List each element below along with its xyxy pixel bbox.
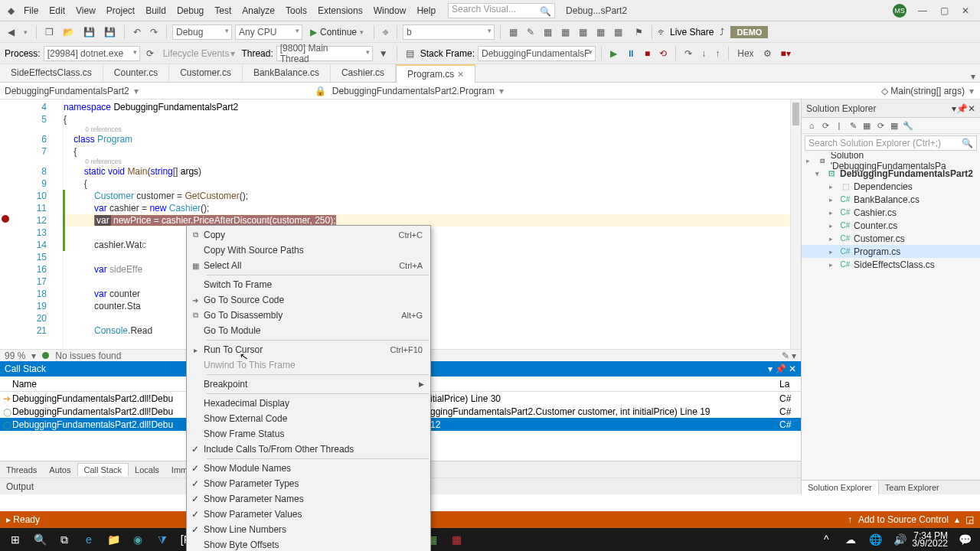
menu-edit[interactable]: Edit [44, 4, 70, 18]
explorer-icon[interactable]: 📁 [101, 528, 126, 551]
wrench-icon[interactable]: 🔧 [903, 120, 913, 131]
context-menu-item[interactable]: ⧉ Copy Ctrl+C [187, 227, 430, 243]
context-menu-item[interactable]: ✓ Show Line Numbers [187, 522, 430, 537]
platform-combo[interactable]: Any CPU [235, 24, 302, 40]
tool-tab[interactable]: Locals [129, 464, 165, 476]
context-menu-item[interactable]: ▸ Run To Cursor Ctrl+F10 [187, 342, 430, 357]
menu-view[interactable]: View [71, 4, 100, 18]
file-tab[interactable]: Counter.cs [103, 64, 169, 82]
step-icon[interactable]: ⎆ [380, 26, 391, 38]
tree-item[interactable]: ▸C#SideEffectsClass.cs [802, 258, 980, 271]
file-tab[interactable]: SideEffectsClass.cs [0, 64, 103, 82]
tool-tab[interactable]: Autos [43, 464, 77, 476]
context-menu-item[interactable]: ✓ Show Parameter Values [187, 507, 430, 522]
open-icon[interactable]: 📂 [60, 26, 77, 38]
restart-icon[interactable]: ⟲ [656, 47, 670, 60]
crlf-indicator[interactable]: ✎ ▾ [782, 350, 796, 361]
process-combo[interactable]: [29984] dotnet.exe [44, 46, 140, 61]
tree-item[interactable]: ▸C#Customer.cs [802, 232, 980, 245]
clock[interactable]: 7:34 PM3/9/2022 [912, 532, 952, 547]
panel-close-icon[interactable]: ✕ [968, 103, 975, 114]
close-button[interactable]: ✕ [956, 3, 975, 18]
minimize-button[interactable]: — [913, 3, 933, 18]
publish-icon[interactable]: ↑ [848, 514, 852, 525]
pause-icon[interactable]: ⏸ [623, 47, 639, 60]
filter-icon[interactable]: ▼ [376, 47, 391, 60]
file-tab[interactable]: Program.cs✕ [396, 64, 475, 83]
network-icon[interactable]: 🌐 [863, 528, 887, 551]
tree-item[interactable]: ▸C#Program.cs [802, 245, 980, 258]
context-menu-item[interactable]: Go To Module [187, 323, 430, 338]
file-tab[interactable]: Cashier.cs [331, 64, 396, 82]
start-button[interactable]: ⊞ [3, 528, 28, 551]
tool-icon[interactable]: ✎ [524, 26, 537, 38]
menu-file[interactable]: File [19, 4, 43, 18]
context-menu-item[interactable]: ▦ Select All Ctrl+A [187, 258, 430, 273]
avatar[interactable]: MS [893, 4, 906, 18]
context-menu-item[interactable]: Show Frame Status [187, 426, 430, 442]
config-combo[interactable]: Debug [172, 24, 232, 40]
menu-extensions[interactable]: Extensions [313, 4, 368, 18]
redo-icon[interactable]: ↷ [147, 26, 161, 38]
context-menu-item[interactable]: Show Byte Offsets [187, 537, 430, 551]
close-icon[interactable]: ✕ [457, 70, 464, 80]
edge-icon[interactable]: e [77, 528, 101, 551]
solution-bottom-tab[interactable]: Solution Explorer [802, 481, 879, 494]
maximize-button[interactable]: ▢ [934, 3, 954, 18]
member-crumb[interactable]: ◇ Main(string[] args) [881, 86, 965, 96]
menu-project[interactable]: Project [102, 4, 139, 18]
feedback-icon[interactable]: ⤴ [717, 26, 727, 38]
quick-search-input[interactable]: Search Visual... 🔍 [448, 3, 555, 18]
tree-item[interactable]: ▸C#Cashier.cs [802, 206, 980, 219]
solution-bottom-tab[interactable]: Team Explorer [879, 481, 946, 494]
context-menu-item[interactable]: ✓ Show Module Names [187, 461, 430, 476]
step-out-icon[interactable]: ↑ [712, 47, 723, 60]
add-source-control[interactable]: Add to Source Control [858, 514, 949, 525]
app-icon[interactable]: ▦ [444, 528, 469, 551]
step-into-icon[interactable]: ↓ [698, 47, 709, 60]
search-taskbar-icon[interactable]: 🔍 [28, 528, 52, 551]
tree-item[interactable]: ▸⬚Dependencies [802, 180, 980, 193]
save-all-icon[interactable]: 💾 [101, 26, 119, 38]
panel-close-icon[interactable]: ✕ [789, 364, 796, 374]
panel-dropdown-icon[interactable]: ▾ [768, 364, 773, 374]
context-menu-item[interactable]: Copy With Source Paths [187, 243, 430, 258]
tool-icon[interactable]: ▦ [506, 26, 521, 38]
tree-item[interactable]: ▸C#BankBalance.cs [802, 193, 980, 206]
file-tab[interactable]: Customer.cs [169, 64, 243, 82]
tool-icon[interactable]: ▦ [861, 120, 872, 131]
context-menu-item[interactable]: ✓ Show Parameter Names [187, 491, 430, 507]
new-item-icon[interactable]: ❐ [42, 26, 57, 38]
context-menu-item[interactable]: ⧉ Go To Disassembly Alt+G [187, 308, 430, 323]
file-tab[interactable]: BankBalance.cs [243, 64, 331, 82]
lifecycle-events[interactable]: Lifecycle Events ▾ [160, 47, 239, 60]
menu-debug[interactable]: Debug [172, 4, 208, 18]
step-over-icon[interactable]: ↷ [681, 47, 695, 60]
tree-project[interactable]: ▾⊡DebuggingFundamentalsPart2 [802, 167, 980, 180]
stack-icon[interactable]: ▤ [403, 47, 417, 60]
notifications-icon[interactable]: ◲ [965, 514, 974, 525]
menu-test[interactable]: Test [210, 4, 236, 18]
home-icon[interactable]: ⌂ [806, 120, 817, 131]
context-menu-item[interactable]: ✓ Show Parameter Types [187, 476, 430, 491]
save-icon[interactable]: 💾 [80, 26, 98, 38]
tree-item[interactable]: ▸C#Counter.cs [802, 219, 980, 232]
app-icon[interactable]: ◉ [126, 528, 150, 551]
editor-scrollbar[interactable] [790, 99, 801, 349]
menu-window[interactable]: Window [369, 4, 411, 18]
notifications-taskbar-icon[interactable]: 💬 [952, 528, 977, 551]
task-view-icon[interactable]: ⧉ [52, 528, 77, 551]
class-crumb[interactable]: DebuggingFundamentalsPart2.Program [332, 86, 495, 96]
tool-tab[interactable]: Call Stack [77, 463, 129, 476]
vscode-icon[interactable]: ⧩ [150, 528, 175, 551]
live-share-button[interactable]: ᯤ Live Share [658, 27, 714, 37]
panel-pin-icon[interactable]: 📌 [775, 364, 786, 374]
flag-icon[interactable]: ⚑ [632, 26, 646, 38]
volume-icon[interactable]: 🔊 [887, 528, 912, 551]
context-menu-item[interactable]: ✓ Include Calls To/From Other Threads [187, 442, 430, 457]
context-menu-item[interactable]: Show External Code [187, 411, 430, 426]
context-menu-item[interactable]: Breakpoint ▶ [187, 377, 430, 392]
tool-icon[interactable]: ⚙ [760, 47, 775, 60]
tool-icon[interactable]: ⟳ [875, 120, 886, 131]
continue-button[interactable]: ▶Continue▾ [305, 26, 368, 38]
